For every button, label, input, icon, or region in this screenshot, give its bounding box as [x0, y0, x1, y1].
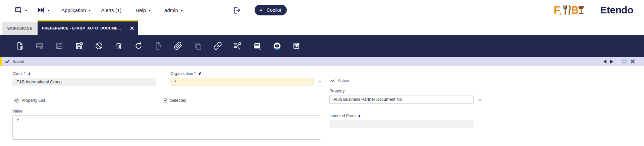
delete-button[interactable] — [114, 42, 123, 50]
process-icon — [233, 42, 242, 50]
form-view-button[interactable] — [292, 42, 301, 50]
save-icon — [55, 42, 64, 50]
property-label: Property — [329, 89, 344, 93]
new-row-in-grid-icon — [35, 42, 44, 50]
property-dropdown-icon[interactable] — [478, 99, 482, 101]
fnb-logo: F + B — [554, 3, 585, 17]
quill-edit-icon — [358, 114, 361, 118]
value-field: Value Y — [12, 109, 321, 141]
next-record-button[interactable] — [610, 60, 613, 64]
top-navbar: Application Alerts (1) Help admin Copilo… — [0, 0, 644, 20]
logout-icon — [233, 6, 241, 14]
delete-icon — [114, 42, 123, 50]
checkbox-box — [14, 98, 19, 103]
tab-workspace[interactable]: WORKSPACE — [2, 22, 38, 35]
save-and-new-icon — [75, 42, 84, 50]
saved-check-icon — [5, 60, 10, 64]
new-record-button[interactable] — [15, 42, 24, 50]
form-view-icon — [292, 42, 301, 50]
tab-close-button[interactable] — [130, 26, 134, 30]
new-record-icon — [15, 42, 24, 50]
quill-edit-icon — [198, 72, 201, 76]
quick-launch-button[interactable] — [37, 6, 50, 14]
undo-cancel-button[interactable] — [95, 42, 103, 50]
nav-help-label: Help — [136, 7, 146, 13]
export-icon — [154, 42, 163, 50]
nav-application-label: Application — [61, 7, 86, 13]
chevron-down-icon — [25, 10, 28, 11]
tab-preference[interactable]: PREFERENCE - ETABP_AUTO_DOCUME... — [38, 20, 138, 35]
selected-checkbox[interactable]: Selected — [163, 98, 186, 103]
property-list-checkbox[interactable]: Property List — [14, 98, 45, 103]
active-checkbox[interactable]: Active — [331, 78, 349, 83]
checkmark-icon — [164, 99, 167, 102]
chevron-down-icon — [47, 10, 50, 11]
quick-launch-icon — [37, 6, 45, 14]
organization-dropdown-icon[interactable] — [318, 81, 322, 83]
property-input[interactable] — [329, 95, 474, 104]
create-new-menu-button[interactable] — [14, 6, 28, 14]
copilot-button-label: Copilot — [267, 7, 281, 13]
etendo-logo: Etendo — [600, 4, 633, 16]
new-row-in-grid-button[interactable] — [35, 42, 44, 50]
copilot-robot-icon — [273, 42, 281, 51]
property-field: Property — [329, 89, 474, 104]
close-icon — [130, 26, 134, 30]
organization-label: Organization * — [170, 71, 196, 76]
attachments-button[interactable] — [174, 42, 182, 50]
close-icon — [631, 59, 635, 64]
maximize-icon — [622, 59, 627, 64]
copilot-assistant-button[interactable] — [273, 42, 281, 50]
copy-record-button[interactable] — [194, 42, 202, 50]
nav-alerts[interactable]: Alerts (1) — [101, 7, 121, 13]
save-button[interactable] — [55, 42, 64, 50]
chevron-down-icon — [148, 10, 151, 11]
checkmark-icon — [15, 99, 18, 102]
nav-help[interactable]: Help — [136, 7, 151, 13]
refresh-button[interactable] — [134, 42, 143, 50]
logout-button[interactable] — [233, 6, 241, 14]
status-message: Saved — [12, 59, 24, 64]
checkbox-box — [331, 79, 335, 83]
client-input[interactable] — [12, 78, 156, 86]
close-record-button[interactable] — [631, 59, 635, 64]
record-toolbar — [0, 35, 644, 57]
attachment-icon — [174, 42, 182, 50]
export-button[interactable] — [154, 42, 163, 50]
client-field: Client * — [12, 71, 156, 86]
create-new-menu-icon — [14, 6, 22, 14]
sparkle-icon — [259, 8, 264, 13]
arrow-left-icon — [603, 60, 606, 64]
record-navigation — [603, 59, 644, 64]
tab-bar: WORKSPACE PREFERENCE - ETABP_AUTO_DOCUME… — [0, 20, 644, 35]
chevron-down-icon — [180, 10, 183, 11]
organization-field: Organization * — [170, 71, 314, 86]
maximize-button[interactable] — [622, 59, 627, 64]
checkbox-box — [163, 98, 167, 103]
chevron-down-icon — [88, 10, 91, 11]
svg-text:B: B — [571, 4, 579, 16]
copy-record-icon — [194, 42, 202, 50]
grid-view-button[interactable] — [253, 42, 262, 50]
inherited-from-input[interactable] — [329, 120, 474, 128]
quill-edit-icon — [28, 72, 31, 76]
preference-form: Client * Organization * Active Property — [0, 66, 644, 146]
property-list-label: Property List — [21, 98, 45, 103]
copilot-button[interactable]: Copilot — [255, 5, 287, 15]
nav-user-menu[interactable]: admin — [164, 7, 183, 13]
active-label: Active — [338, 78, 349, 83]
refresh-icon — [134, 42, 143, 50]
nav-application[interactable]: Application — [61, 7, 91, 13]
value-textarea[interactable]: Y — [12, 115, 321, 140]
status-bar: Saved — [0, 57, 644, 66]
nav-alerts-label: Alerts (1) — [101, 7, 121, 13]
inherited-from-label: Inherited From — [329, 114, 356, 118]
previous-record-button[interactable] — [603, 60, 606, 64]
value-label: Value — [12, 109, 22, 114]
organization-input[interactable] — [170, 78, 314, 86]
process-button[interactable] — [233, 42, 242, 50]
save-and-new-button[interactable] — [75, 42, 84, 50]
inherited-from-field: Inherited From — [329, 114, 474, 128]
link-button[interactable] — [213, 42, 222, 50]
checkmark-icon — [331, 79, 334, 82]
